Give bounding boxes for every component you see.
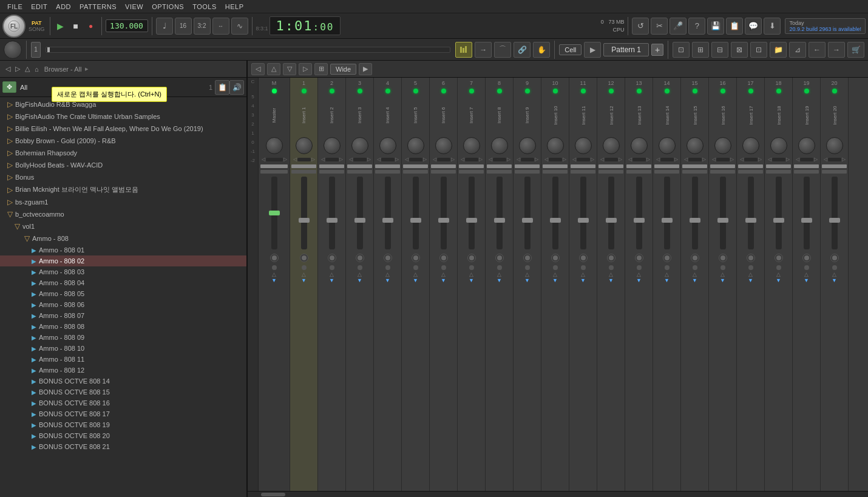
route-btn-1[interactable] [459,164,484,168]
pan-left-arrow[interactable]: ◁ [461,157,464,162]
pan-slider[interactable] [437,158,450,161]
channel-knob[interactable] [575,137,592,154]
browser-list-item[interactable]: ▶ BONUS OCTVE 808 21 [0,441,246,452]
file-btn[interactable]: 📁 [770,42,787,58]
status-dot[interactable] [804,265,809,270]
browser-list-item[interactable]: ▷ Bohemian Rhapsody [0,147,246,159]
route-btn-2[interactable] [431,170,456,174]
channel-knob[interactable] [547,137,564,154]
pan-slider[interactable] [353,158,367,161]
status-dot[interactable] [665,265,670,270]
browser-list-item[interactable]: ▶ BONUS OCTVE 808 14 [0,376,246,387]
pan-slider[interactable] [605,158,618,161]
fader-handle[interactable] [522,218,533,223]
time-sig-btn[interactable]: 16 [175,18,192,35]
route-btn-1[interactable] [543,164,568,168]
route-btn-2[interactable] [571,170,595,174]
fader-track[interactable] [804,177,810,249]
channel-strip[interactable]: 6 Insert 6 ◁ ▷ △ ▼ [430,78,458,491]
status-dot[interactable] [302,265,307,270]
pan-right-arrow[interactable]: ▷ [507,157,510,162]
ch-up-arrow[interactable]: △ [413,271,418,277]
ch-down-arrow[interactable]: ▼ [329,277,334,283]
route-btn-2[interactable] [375,170,400,174]
download-btn[interactable]: ⬇ [764,18,781,35]
ch-down-arrow[interactable]: ▼ [804,277,809,283]
cell-select[interactable]: Cell [559,44,581,55]
browser-home-btn[interactable]: ⌂ [33,65,41,73]
mixer-arrow-btn[interactable]: ▶ [359,63,372,75]
fader-track[interactable] [692,177,698,249]
record-button[interactable]: ● [84,19,98,33]
pan-left-arrow[interactable]: ◁ [489,157,492,162]
channel-send-btn[interactable] [270,254,279,262]
ch-up-arrow[interactable]: △ [553,271,557,277]
channel-send-btn[interactable] [691,254,699,262]
browser-list-item[interactable]: ▽ vol1 [0,220,246,232]
channel-strip[interactable]: 20 Insert 20 ◁ ▷ △ ▼ [821,78,849,491]
pattern-b-btn[interactable]: ⊞ [692,42,709,58]
browser-copy-btn[interactable]: 📋 [215,80,229,95]
ch-up-arrow[interactable]: △ [525,271,529,277]
scrollbar-thumb[interactable] [261,493,285,496]
menu-view[interactable]: VIEW [121,2,147,12]
channel-strip[interactable]: 2 Insert 2 ◁ ▷ △ ▼ [318,78,346,491]
pan-left-arrow[interactable]: ◁ [293,157,297,162]
play-button[interactable]: ▶ [54,19,67,33]
pan-left-arrow[interactable]: ◁ [628,157,632,162]
add-pattern-btn[interactable]: + [651,44,663,56]
version-link[interactable]: 20.9.2 build 2963 is available! [789,26,861,32]
fader-handle[interactable] [801,218,812,223]
fader-handle[interactable] [606,218,617,223]
channel-strip[interactable]: 10 Insert 10 ◁ ▷ △ ▼ [541,78,569,491]
fader-track[interactable] [552,177,558,249]
channel-strip[interactable]: 19 Insert 19 ◁ ▷ △ ▼ [793,78,821,491]
channel-send-btn[interactable] [412,254,420,262]
pan-slider[interactable] [828,158,841,161]
fader-handle[interactable] [773,218,784,223]
browser-list-item[interactable]: ▶ Ammo - 808 08 [0,321,246,332]
channel-strip[interactable]: 5 Insert 5 ◁ ▷ △ ▼ [402,78,430,491]
browser-list-item[interactable]: ▶ Ammo - 808 10 [0,343,246,354]
channel-knob[interactable] [296,137,313,154]
status-dot[interactable] [441,265,446,270]
status-dot[interactable] [553,265,558,270]
status-dot[interactable] [272,265,277,270]
channel-knob[interactable] [463,137,480,154]
ch-up-arrow[interactable]: △ [637,271,641,277]
browser-list-item[interactable]: ▶ BONUS OCTVE 808 19 [0,419,246,430]
fader-handle[interactable] [299,218,310,223]
ch-down-arrow[interactable]: ▼ [664,277,670,283]
fader-track[interactable] [664,177,670,249]
pan-left-arrow[interactable]: ◁ [600,157,604,162]
pan-left-arrow[interactable]: ◁ [768,157,771,162]
menu-add[interactable]: ADD [52,2,75,12]
route-btn-1[interactable] [654,164,679,168]
channel-strip[interactable]: 16 Insert 16 ◁ ▷ △ ▼ [709,78,737,491]
menu-tools[interactable]: TOOLS [189,2,220,12]
channel-send-btn[interactable] [551,254,560,262]
route-btn-1[interactable] [738,164,763,168]
browser-list-item[interactable]: ▶ BONUS OCTVE 808 17 [0,408,246,419]
route-btn-2[interactable] [291,170,316,174]
fader-handle[interactable] [829,218,840,223]
fader-track[interactable] [497,177,503,249]
browser-list-item[interactable]: ▷ BigFishAudio The Crate Ultimate Urban … [0,110,246,123]
channel-knob[interactable] [407,137,424,154]
ch-down-arrow[interactable]: ▼ [552,277,558,283]
status-dot[interactable] [413,265,418,270]
channel-send-btn[interactable] [356,254,364,262]
browser-list-item[interactable]: ▷ Brian Mcknight 브라이언 맥나잇 앨범모음 [0,183,246,196]
ch-up-arrow[interactable]: △ [748,271,753,277]
menu-patterns[interactable]: PATTERNS [76,2,120,12]
channel-strip[interactable]: 12 Insert 12 ◁ ▷ △ ▼ [597,78,625,491]
fader-track[interactable] [329,177,335,249]
menu-options[interactable]: OPTIONS [148,2,188,12]
pan-slider[interactable] [409,158,422,161]
ch-up-arrow[interactable]: △ [665,271,669,277]
channel-knob[interactable] [435,137,452,154]
channel-strip[interactable]: 17 Insert 17 ◁ ▷ △ ▼ [737,78,765,491]
channel-active-dot[interactable] [441,89,446,93]
pan-left-arrow[interactable]: ◁ [321,157,325,162]
ch-down-arrow[interactable]: ▼ [413,277,418,283]
